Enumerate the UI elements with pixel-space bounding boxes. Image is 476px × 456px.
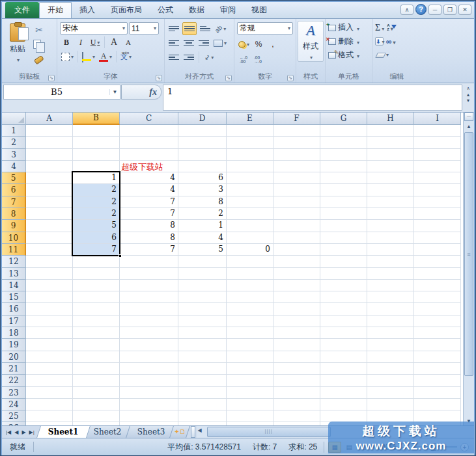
row-header-21[interactable]: 21 [2,363,26,375]
cell-E23[interactable] [227,387,273,399]
row-header-20[interactable]: 20 [2,351,26,363]
cell-A7[interactable] [26,196,73,208]
row-header-9[interactable]: 9 [2,220,26,232]
cell-A1[interactable] [26,125,73,137]
row-header-25[interactable]: 25 [2,410,26,422]
cell-F25[interactable] [273,410,320,422]
decrease-decimal-button[interactable]: .00 →.0 [251,53,264,66]
cell-B10[interactable]: 6 [73,232,120,244]
cell-G21[interactable] [320,363,367,375]
cell-D18[interactable] [178,327,227,339]
cell-G9[interactable] [320,220,367,232]
borders-button[interactable] [60,50,75,63]
cell-H8[interactable] [367,208,414,220]
cell-F16[interactable] [273,303,320,315]
font-name-combo[interactable]: 宋体▾ [60,22,128,34]
cell-B16[interactable] [73,303,120,315]
cell-D9[interactable]: 1 [178,220,227,232]
number-dialog-launcher-icon[interactable]: ⇘ [287,75,294,81]
row-header-23[interactable]: 23 [2,387,26,399]
cell-C3[interactable] [120,149,178,161]
cell-I20[interactable] [414,351,461,363]
cell-H2[interactable] [367,137,414,148]
sort-filter-button[interactable]: AZ [387,23,396,33]
cell-G2[interactable] [320,137,367,148]
restore-icon[interactable]: ❐ [443,5,456,15]
cell-B6[interactable]: 2 [73,184,120,196]
cell-F21[interactable] [273,363,320,375]
cell-G1[interactable] [320,125,367,137]
cell-G4[interactable] [320,161,367,172]
insert-cells-button[interactable]: 插入 [328,21,371,34]
cell-I10[interactable] [414,232,461,244]
cell-H10[interactable] [367,232,414,244]
cell-A19[interactable] [26,339,73,351]
cell-A13[interactable] [26,268,73,280]
cell-B7[interactable]: 2 [73,196,120,208]
increase-font-button[interactable]: A [107,36,120,49]
cell-E1[interactable] [227,125,273,137]
cell-F6[interactable] [273,184,320,196]
row-header-15[interactable]: 15 [2,291,26,303]
fill-button[interactable]: ⬇ [375,37,384,46]
cell-C2[interactable] [120,137,178,148]
cell-I3[interactable] [414,149,461,161]
cell-F10[interactable] [273,232,320,244]
row-header-19[interactable]: 19 [2,339,26,351]
vertical-scrollbar[interactable]: — ▲ ▼ [463,113,474,425]
insert-function-button[interactable]: fx [121,85,161,100]
underline-button[interactable]: U [89,36,102,49]
cell-H18[interactable] [367,327,414,339]
cell-H12[interactable] [367,256,414,267]
increase-decimal-button[interactable]: ←.0 .00 [237,53,250,66]
cell-F20[interactable] [273,351,320,363]
cell-D19[interactable] [178,339,227,351]
cell-A11[interactable] [26,244,73,256]
column-header-C[interactable]: C [120,113,178,125]
cell-B4[interactable] [73,161,120,172]
cell-G14[interactable] [320,280,367,291]
column-header-D[interactable]: D [178,113,227,125]
cell-H1[interactable] [367,125,414,137]
cell-I6[interactable] [414,184,461,196]
cell-D3[interactable] [178,149,227,161]
cell-D20[interactable] [178,351,227,363]
cell-F14[interactable] [273,280,320,291]
cell-C18[interactable] [120,327,178,339]
align-middle-button[interactable] [182,22,197,35]
tab-home[interactable]: 开始 [39,2,72,18]
row-header-22[interactable]: 22 [2,375,26,386]
cell-B22[interactable] [73,375,120,386]
styles-dropdown-icon[interactable] [309,52,313,61]
cell-G6[interactable] [320,184,367,196]
align-left-button[interactable] [167,36,180,49]
cell-A22[interactable] [26,375,73,386]
cell-D13[interactable] [178,268,227,280]
column-header-E[interactable]: E [227,113,273,125]
row-header-1[interactable]: 1 [2,125,26,137]
cell-I2[interactable] [414,137,461,148]
cell-B14[interactable] [73,280,120,291]
align-top-button[interactable] [167,22,180,35]
cell-E12[interactable] [227,256,273,267]
cell-F1[interactable] [273,125,320,137]
cell-I15[interactable] [414,291,461,303]
column-header-I[interactable]: I [414,113,461,125]
row-header-11[interactable]: 11 [2,244,26,256]
row-header-16[interactable]: 16 [2,303,26,315]
cell-A8[interactable] [26,208,73,220]
cell-F11[interactable] [273,244,320,256]
name-box[interactable]: B5 ▼ [3,85,120,100]
cell-D12[interactable] [178,256,227,267]
cell-H16[interactable] [367,303,414,315]
cell-B15[interactable] [73,291,120,303]
cell-F4[interactable] [273,161,320,172]
cell-D11[interactable]: 5 [178,244,227,256]
cell-B9[interactable]: 5 [73,220,120,232]
clear-button[interactable] [375,49,390,62]
insert-worksheet-button[interactable]: ✦🗋 [169,426,190,438]
cell-D8[interactable]: 2 [178,208,227,220]
autosum-button[interactable]: Σ [375,23,384,33]
column-header-F[interactable]: F [273,113,320,125]
clipboard-dialog-launcher-icon[interactable]: ⇘ [48,75,55,81]
